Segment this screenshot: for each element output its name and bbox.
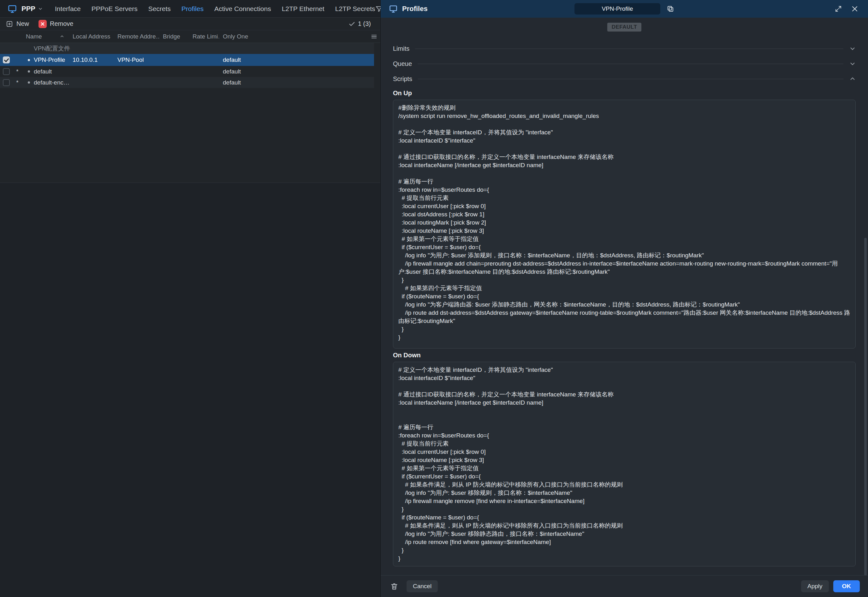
- row-flag: *: [13, 68, 22, 75]
- row-checkbox[interactable]: [3, 56, 10, 63]
- section-divider: [415, 49, 843, 49]
- expand-icon[interactable]: [835, 5, 842, 13]
- on-up-script-field[interactable]: #删除异常失效的规则 /system script run remove_hw_…: [393, 100, 856, 349]
- chevron-down-icon: [38, 6, 43, 11]
- chevron-up-icon[interactable]: [849, 76, 856, 82]
- new-icon: [6, 20, 13, 28]
- bullet-icon: [28, 70, 30, 73]
- chevron-down-icon[interactable]: [849, 60, 856, 67]
- col-bridge[interactable]: Bridge: [159, 33, 189, 40]
- new-button-label: New: [16, 20, 29, 27]
- detail-sections: Limits Queue Scripts: [381, 41, 868, 86]
- cancel-button[interactable]: Cancel: [406, 580, 438, 592]
- section-divider: [418, 64, 843, 64]
- table-row[interactable]: * default default: [0, 66, 374, 77]
- webfig-app: PPP Interface PPPoE Servers Secrets Prof…: [0, 0, 868, 597]
- section-limits[interactable]: Limits: [381, 41, 868, 56]
- profile-name-input[interactable]: VPN-Profile: [575, 3, 660, 15]
- bullet-icon: [28, 59, 30, 61]
- row-only-one: default: [219, 68, 374, 75]
- detail-header-controls: [835, 5, 860, 13]
- row-remote-address: VPN-Pool: [114, 56, 159, 63]
- remove-button-label: Remove: [50, 20, 73, 27]
- section-limits-label: Limits: [393, 45, 409, 52]
- tab-pppoe-servers[interactable]: PPPoE Servers: [92, 5, 138, 13]
- remove-button[interactable]: Remove: [39, 20, 73, 28]
- chevron-down-icon[interactable]: [849, 45, 856, 52]
- row-only-one: default: [219, 79, 374, 86]
- col-only-one[interactable]: Only One: [219, 33, 380, 40]
- on-up-script-text: #删除异常失效的规则 /system script run remove_hw_…: [398, 104, 850, 342]
- on-down-script-field[interactable]: # 定义一个本地变量 interfaceID，并将其值设为 "interface…: [393, 362, 856, 566]
- row-checkbox[interactable]: [3, 68, 10, 75]
- section-scripts-label: Scripts: [393, 76, 412, 83]
- col-name[interactable]: Name: [22, 33, 69, 40]
- col-rate-limit[interactable]: Rate Limi…: [189, 33, 219, 40]
- tab-profiles[interactable]: Profiles: [182, 5, 204, 13]
- selection-count-label: 1 (3): [358, 20, 371, 27]
- section-queue[interactable]: Queue: [381, 56, 868, 71]
- section-divider: [418, 79, 843, 79]
- section-queue-label: Queue: [393, 60, 412, 67]
- selection-count: 1 (3): [348, 20, 375, 27]
- bullet-icon: [28, 82, 30, 83]
- columns-menu-icon[interactable]: [371, 33, 378, 40]
- trash-icon[interactable]: [390, 582, 398, 590]
- table-header: Name Local Address Remote Addre… Bridge …: [0, 30, 380, 43]
- ppp-nav-bar: PPP Interface PPPoE Servers Secrets Prof…: [0, 0, 380, 18]
- close-icon[interactable]: [851, 5, 859, 13]
- profile-name-group: VPN-Profile: [381, 0, 868, 18]
- row-checkbox[interactable]: [3, 79, 10, 86]
- detail-body: DEFAULT Limits Queue Scri: [381, 18, 868, 575]
- remove-icon: [39, 20, 47, 28]
- row-local-address: 10.10.0.1: [69, 56, 114, 63]
- default-badge: DEFAULT: [607, 23, 642, 31]
- vertical-scrollbar[interactable]: [864, 238, 867, 588]
- row-flag: *: [13, 79, 22, 86]
- on-down-label: On Down: [393, 352, 868, 359]
- group-header-row: VPN配置文件: [0, 43, 374, 54]
- apply-button[interactable]: Apply: [801, 580, 829, 592]
- ok-button[interactable]: OK: [833, 580, 860, 592]
- tab-l2tp-secrets[interactable]: L2TP Secrets: [335, 5, 375, 13]
- sort-asc-icon: [60, 34, 64, 39]
- ppp-menu-button[interactable]: PPP: [21, 5, 43, 13]
- tab-l2tp-ethernet[interactable]: L2TP Ethernet: [282, 5, 325, 13]
- table-row[interactable]: * default-enc… default: [0, 77, 374, 88]
- tab-active-connections[interactable]: Active Connections: [214, 5, 271, 13]
- on-up-label: On Up: [393, 89, 868, 97]
- copy-icon[interactable]: [667, 5, 674, 13]
- row-name: VPN-Profile: [34, 56, 65, 63]
- footer-actions: Apply OK: [801, 580, 860, 592]
- detail-footer: Cancel Apply OK: [381, 575, 868, 597]
- tab-secrets[interactable]: Secrets: [148, 5, 171, 13]
- row-name: default: [34, 68, 52, 75]
- tab-interface[interactable]: Interface: [55, 5, 81, 13]
- list-toolbar: New Remove 1 (3): [0, 18, 380, 30]
- table-row[interactable]: VPN-Profile 10.10.0.1 VPN-Pool default: [0, 54, 374, 66]
- ppp-tabs: Interface PPPoE Servers Secrets Profiles…: [55, 5, 375, 13]
- monitor-icon: [7, 4, 17, 13]
- row-name: default-enc…: [34, 79, 69, 86]
- ppp-menu-label: PPP: [21, 5, 35, 13]
- on-down-script-text: # 定义一个本地变量 interfaceID，并将其值设为 "interface…: [398, 366, 850, 563]
- row-only-one: default: [219, 56, 374, 63]
- profile-detail-panel: Profiles VPN-Profile DEFAULT Limi: [381, 0, 868, 597]
- detail-header: Profiles VPN-Profile: [381, 0, 868, 18]
- section-scripts[interactable]: Scripts: [381, 71, 868, 86]
- col-local-address[interactable]: Local Address: [69, 33, 114, 40]
- col-remote-address[interactable]: Remote Addre…: [114, 33, 159, 40]
- check-icon: [348, 21, 356, 27]
- profiles-table-body: VPN配置文件 VPN-Profile 10.10.0.1 VPN-Pool d…: [0, 43, 380, 88]
- ppp-list-panel: PPP Interface PPPoE Servers Secrets Prof…: [0, 0, 381, 597]
- list-empty-area: [0, 183, 380, 597]
- new-button[interactable]: New: [6, 20, 29, 28]
- col-name-label: Name: [26, 33, 42, 40]
